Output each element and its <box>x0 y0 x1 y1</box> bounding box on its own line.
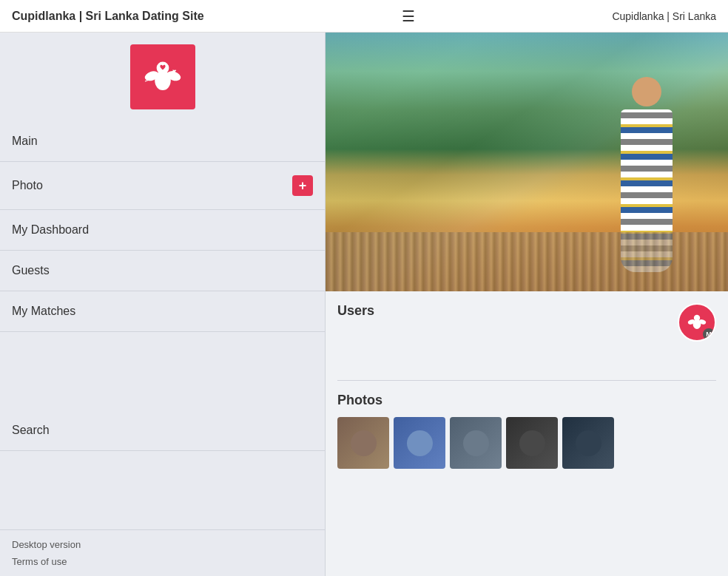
sidebar-item-main[interactable]: Main <box>0 121 325 162</box>
photos-strip <box>337 417 716 469</box>
photo-thumb-2[interactable] <box>394 417 445 469</box>
nav-dashboard-label: My Dashboard <box>12 223 89 237</box>
content-area: Users M Photos <box>326 33 728 576</box>
sidebar-item-my-dashboard[interactable]: My Dashboard <box>0 210 325 251</box>
sidebar-item-search[interactable]: Search <box>0 410 325 451</box>
sidebar-footer: Desktop version Terms of use <box>0 529 325 576</box>
site-title: Cupidlanka | Sri Lanka Dating Site <box>12 10 204 23</box>
photo-thumb-4[interactable] <box>506 417 558 469</box>
sidebar-logo-area <box>0 33 325 121</box>
photo-thumb-1[interactable] <box>337 417 389 469</box>
user-avatar[interactable]: M <box>678 303 716 342</box>
header-right-text: Cupidlanka | Sri Lanka <box>612 10 716 22</box>
nav-matches-label: My Matches <box>12 305 75 318</box>
photo-add-button[interactable]: + <box>292 175 313 196</box>
photos-section: Photos <box>326 381 728 481</box>
nav-photo-label: Photo <box>12 179 43 192</box>
sidebar: Main Photo + My Dashboard Guests My Matc… <box>0 33 326 576</box>
nav-search-label: Search <box>12 424 50 437</box>
header: Cupidlanka | Sri Lanka Dating Site ☰ Cup… <box>0 0 728 33</box>
fence-decoration <box>326 232 728 291</box>
sidebar-item-my-matches[interactable]: My Matches <box>0 291 325 332</box>
hamburger-icon[interactable]: ☰ <box>402 7 415 25</box>
logo-box <box>130 44 195 109</box>
photo-thumb-3[interactable] <box>450 417 502 469</box>
sidebar-item-guests[interactable]: Guests <box>0 251 325 291</box>
terms-of-use-link[interactable]: Terms of use <box>12 553 313 570</box>
nav-guests-label: Guests <box>12 264 50 277</box>
user-avatar-badge: M <box>703 328 715 340</box>
users-section-title: Users <box>337 303 716 319</box>
photos-section-title: Photos <box>337 393 716 408</box>
main-layout: Main Photo + My Dashboard Guests My Matc… <box>0 33 728 576</box>
desktop-version-link[interactable]: Desktop version <box>12 536 313 553</box>
users-section: Users M <box>326 291 728 380</box>
photo-thumb-5[interactable] <box>562 417 614 469</box>
sidebar-item-photo[interactable]: Photo + <box>0 162 325 210</box>
user-avatar-container: M <box>678 303 716 342</box>
cupid-icon <box>141 55 185 99</box>
hero-banner <box>326 33 728 291</box>
nav-main-label: Main <box>12 135 38 148</box>
